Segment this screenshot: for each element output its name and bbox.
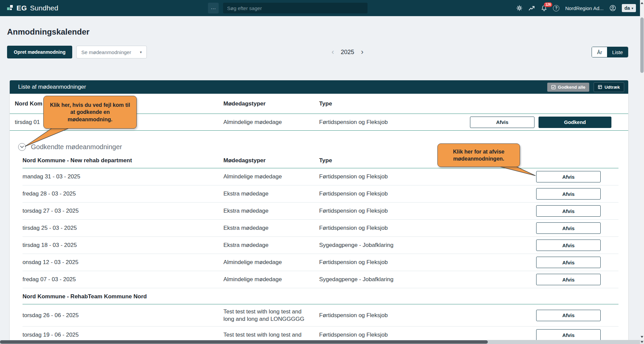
app-logo[interactable]: EG Sundhed [7,4,58,12]
chevron-down-icon [20,146,24,148]
toolbar-left: Opret mødeanmodning Se mødeanmodninger ▾ [7,46,628,58]
table-row: mandag 31 - 03 - 2025Almindelige mødedag… [23,168,618,185]
meeting-daytype-cell: Almindelige mødedage [223,119,319,126]
approved-section-heading: Godkendte mødeanmodninger [18,141,628,152]
top-navbar: EG Sundhed ··· 126 ? N [0,0,644,16]
scrollbar-corner [640,340,644,344]
reject-button[interactable]: Afvis [536,274,601,285]
reject-button[interactable]: Afvis [536,188,601,200]
meeting-date-cell: tirsdag 18 - 03 - 2025 [23,242,223,249]
dropdown-label: Se mødeanmodninger [81,49,131,55]
search-input[interactable] [223,3,368,13]
year-navigation: ‹ 2025 › [332,46,363,58]
meeting-type-cell: Førtidspension og Fleksjob [319,207,536,214]
statistics-button[interactable] [528,5,535,11]
year-label: 2025 [341,49,354,56]
meeting-daytype-cell: Ekstra mødedage [223,242,319,249]
column-header-daytype: Mødedagstyper [223,157,319,164]
table-row: fredag 28 - 03 - 2025Ekstra mødedageFørt… [23,185,618,203]
more-options-button[interactable]: ··· [208,3,219,13]
notification-count-badge: 126 [544,2,552,7]
trend-icon [528,5,535,11]
reject-button[interactable]: Afvis [536,205,601,217]
approve-all-button[interactable]: Godkend alle [547,83,590,92]
next-year-button[interactable]: › [361,48,363,56]
panel-title: Liste af mødeanmodninger [18,84,86,90]
reject-button[interactable]: Afvis [536,310,601,321]
reject-button[interactable]: Afvis [536,257,601,268]
language-code: da [625,5,630,11]
language-selector[interactable]: da ▾ [622,4,636,12]
vertical-scrollbar-thumb[interactable] [640,17,644,73]
meeting-type-cell: Førtidspension og Fleksjob [319,173,536,180]
meeting-date-cell: onsdag 12 - 03 - 2025 [23,259,223,266]
meeting-date-cell: fredag 07 - 03 - 2025 [23,276,223,283]
row-actions: Afvis [536,257,601,268]
scroll-up-arrow-icon[interactable] [640,1,644,5]
meeting-daytype-cell: Test test test with long test and [223,331,319,338]
row-actions: Afvis [536,274,601,285]
export-button[interactable]: Udtræk [594,82,624,92]
export-label: Udtræk [604,85,620,90]
meeting-daytype-cell: Ekstra mødedage [223,190,319,197]
chevron-down-icon: ▾ [632,6,633,10]
reject-button[interactable]: Afvis [536,329,601,341]
meeting-type-cell: Førtidspension og Fleksjob [319,190,536,197]
column-header-type: Type [319,100,611,107]
panel-header: Liste af mødeanmodninger Godkend alle Ud… [10,80,628,94]
meeting-type-cell: Førtidspension og Fleksjob [319,331,536,338]
meeting-daytype-cell: Almindelige mødedage [223,173,319,180]
group-header-row: Nord Kommune - New rehab departmentMøded… [23,153,618,168]
reject-button[interactable]: Afvis [536,240,601,251]
chevron-down-icon: ▾ [140,50,142,54]
previous-year-button[interactable]: ‹ [332,48,334,56]
table-row: tirsdag 18 - 03 - 2025Ekstra mødedageSyg… [23,237,618,254]
group-name: Nord Kommune - RehabTeam Kommune Nord [23,293,223,300]
create-meeting-request-button[interactable]: Opret mødeanmodning [7,46,72,58]
table-row: tirsdag 25 - 03 - 2025Ekstra mødedageFør… [23,220,618,237]
view-toggle: År Liste [592,47,628,57]
meeting-daytype-cell: Ekstra mødedage [223,224,319,231]
view-meeting-requests-dropdown[interactable]: Se mødeanmodninger ▾ [76,46,147,58]
main-content: Anmodningskalender Opret mødeanmodning S… [0,27,644,344]
notifications: 126 [541,5,547,11]
toolbar: Opret mødeanmodning Se mødeanmodninger ▾… [7,46,628,58]
help-button[interactable]: ? [553,5,559,11]
export-icon [598,85,602,89]
toggle-list-view[interactable]: Liste [607,47,628,57]
settings-button[interactable] [516,5,523,11]
approve-button[interactable]: Godkend [539,117,611,128]
horizontal-scrollbar-thumb[interactable] [0,340,488,344]
account-button[interactable] [609,5,616,11]
vertical-scrollbar[interactable] [640,0,644,344]
person-icon [609,5,616,11]
horizontal-scrollbar[interactable] [0,340,640,344]
meeting-date-cell: torsdag 19 - 06 - 2025 [23,331,223,338]
toggle-year-view[interactable]: År [592,47,607,57]
collapse-section-button[interactable] [18,143,26,151]
meeting-type-cell: Førtidspension og Fleksjob [319,224,536,231]
approved-groups: Nord Kommune - New rehab departmentMøded… [10,153,628,344]
row-actions: Afvis [536,310,601,321]
row-actions: Afvis [536,171,601,182]
reject-button[interactable]: Afvis [536,222,601,234]
reject-button[interactable]: Afvis [536,171,601,182]
approve-warning-callout: Klik her, hvis du ved fejl kom til at go… [43,96,137,129]
row-actions: Afvis [536,205,601,217]
meeting-date-cell: tirsdag 25 - 03 - 2025 [23,224,223,231]
page-title: Anmodningskalender [7,27,644,37]
navbar-center: ··· [208,3,368,13]
group-name: Nord Kommune - New rehab department [23,157,223,164]
navbar-right: 126 ? NordRegion Ad... da ▾ [516,4,644,12]
table-row: onsdag 12 - 03 - 2025Almindelige mødedag… [23,254,618,271]
scroll-down-arrow-icon[interactable] [640,335,644,339]
reject-button[interactable]: Afvis [470,117,534,128]
brand-name: EG [16,4,27,12]
checkbox-check-icon [551,85,556,89]
user-region-label[interactable]: NordRegion Ad... [565,5,603,11]
row-actions: Afvis [536,188,601,200]
meeting-type-cell: Førtidspension og Fleksjob [319,312,536,319]
meeting-type-cell: Sygedagpenge - Jobafklaring [319,242,536,249]
row-actions: AfvisGodkend [470,117,611,128]
row-actions: Afvis [536,329,601,341]
